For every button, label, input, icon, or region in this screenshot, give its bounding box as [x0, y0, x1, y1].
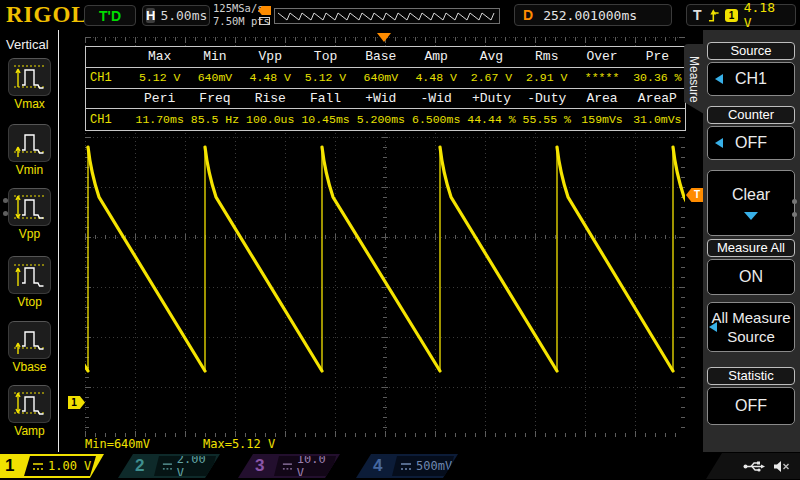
sidebar-item-label: Vtop	[8, 295, 51, 309]
measure-soft-menu: Source CH1 Counter OFF Clear Measure All…	[703, 30, 800, 452]
col-header: +Wid	[353, 91, 408, 106]
measure-all-value: ON	[739, 268, 763, 286]
sidebar-item-label: Vmin	[8, 163, 51, 177]
col-header: Peri	[132, 91, 187, 106]
channel2-badge[interactable]: 2 2.00 V	[118, 454, 220, 478]
horizontal-timebase-panel[interactable]: H 5.00ms	[142, 5, 210, 26]
measure-all-button[interactable]: ON	[707, 259, 795, 295]
value-cell: 5.12 V	[132, 71, 187, 84]
col-header: Top	[298, 49, 353, 64]
channel4-scale: 500mV	[392, 456, 454, 476]
value-cell: 10.45ms	[298, 113, 353, 126]
preview-expand-box-icon	[259, 17, 270, 25]
sidebar-item-label: Vbase	[8, 360, 51, 374]
col-header: Avg	[464, 49, 519, 64]
vpp-icon	[12, 192, 48, 222]
measure-all-table: Max Min Vpp Top Base Amp Avg Rms Over Pr…	[85, 46, 686, 131]
counter-button[interactable]: OFF	[707, 126, 795, 160]
top-status-bar: RIGOL T'D H 5.00ms 125MSa/s 7.50M pts D …	[0, 0, 800, 30]
delay-value: 252.001000ms	[543, 8, 637, 23]
value-cell: 640mV	[353, 71, 408, 84]
clear-label: Clear	[732, 186, 770, 204]
sidebar-item-vmax[interactable]: Vmax	[8, 58, 51, 111]
vmax-icon	[12, 62, 48, 92]
trigger-slope-icon	[708, 8, 720, 23]
left-arrow-icon	[715, 138, 723, 148]
channel3-scale: 10.0 V	[274, 456, 336, 476]
dc-coupling-icon	[32, 462, 44, 471]
table-value-row: CH1 5.12 V 640mV 4.48 V 5.12 V 640mV 4.4…	[86, 68, 685, 89]
dc-coupling-icon	[400, 462, 412, 471]
all-measure-line2: Source	[727, 328, 775, 345]
col-header: Pre	[630, 49, 685, 64]
table-header-row: Peri Freq Rise Fall +Wid -Wid +Duty -Dut…	[86, 89, 685, 110]
value-cell: 5.200ms	[353, 113, 408, 126]
channel4-badge[interactable]: 4 500mV	[356, 454, 458, 478]
col-header: Base	[353, 49, 408, 64]
counter-label: Counter	[707, 106, 795, 124]
table-value-row: CH1 11.70ms 85.5 Hz 100.0us 10.45ms 5.20…	[86, 109, 685, 130]
sidebar-item-vmin[interactable]: Vmin	[8, 124, 51, 177]
vertical-measure-sidebar: Vertical Vmax Vmin	[0, 30, 59, 452]
channel-status-bar: 1 1.00 V 2 2.00 V 3	[0, 452, 800, 480]
min-annotation: Min=640mV	[85, 437, 150, 451]
sidebar-item-label: Vamp	[8, 424, 51, 438]
channel4-number: 4	[373, 456, 382, 476]
t-label: T	[693, 7, 702, 23]
value-cell: 6.500ms	[408, 113, 463, 126]
value-cell: 31.0mVs	[630, 113, 685, 126]
value-cell: 159mVs	[574, 113, 629, 126]
down-arrow-icon	[744, 212, 758, 220]
all-measure-source-button[interactable]: All Measure Source	[707, 302, 795, 352]
value-cell: 55.55 %	[519, 113, 574, 126]
memory-waveform-preview[interactable]	[274, 8, 500, 24]
col-header: Amp	[408, 49, 463, 64]
channel-cell: CH1	[86, 71, 132, 85]
col-header: Max	[132, 49, 187, 64]
col-header: Rise	[243, 91, 298, 106]
channel3-badge[interactable]: 3 10.0 V	[238, 454, 340, 478]
col-header: +Duty	[464, 91, 519, 106]
sidebar-page-dot	[3, 211, 8, 216]
col-header: Area	[574, 91, 629, 106]
channel1-badge[interactable]: 1 1.00 V	[0, 454, 104, 478]
max-annotation: Max=5.12 V	[203, 437, 275, 451]
source-button[interactable]: CH1	[707, 62, 795, 96]
source-label: Source	[707, 42, 795, 60]
rigol-logo: RIGOL	[6, 2, 88, 28]
value-cell: *****	[574, 71, 629, 84]
col-header: Fall	[298, 91, 353, 106]
menu-tab-measure[interactable]: Measure	[684, 44, 704, 114]
statistic-button[interactable]: OFF	[707, 387, 795, 425]
value-cell: 85.5 Hz	[187, 113, 242, 126]
dc-coupling-icon	[162, 462, 173, 471]
timebase-value: 5.00ms	[160, 8, 207, 23]
vbase-icon	[12, 325, 48, 355]
trigger-level-marker: T	[686, 188, 703, 202]
usb-icon	[743, 460, 765, 473]
value-cell: 4.48 V	[243, 71, 298, 84]
sidebar-item-vpp[interactable]: Vpp	[8, 188, 51, 241]
trigger-panel[interactable]: T 1 4.18 V	[686, 4, 796, 26]
sidebar-item-vamp[interactable]: Vamp	[8, 385, 51, 438]
sidebar-item-vtop[interactable]: Vtop	[8, 256, 51, 309]
speaker-muted-icon	[773, 460, 790, 473]
preview-sawtooth-icon	[275, 9, 499, 23]
left-arrow-icon	[715, 74, 723, 84]
value-cell: 2.91 V	[519, 71, 574, 84]
trigger-position-marker-icon	[377, 33, 391, 42]
sidebar-item-label: Vmax	[8, 97, 51, 111]
delay-panel[interactable]: D 252.001000ms	[514, 4, 672, 26]
sidebar-item-vbase[interactable]: Vbase	[8, 321, 51, 374]
clear-button[interactable]: Clear	[707, 170, 795, 236]
vmin-icon	[12, 128, 48, 158]
h-label: H	[146, 8, 155, 23]
channel2-scale: 2.00 V	[154, 456, 216, 476]
value-cell: 44.44 %	[464, 113, 519, 126]
channel2-scale-value: 2.00 V	[177, 452, 216, 480]
col-header: -Wid	[408, 91, 463, 106]
channel2-number: 2	[135, 456, 144, 476]
d-label: D	[523, 7, 533, 23]
col-header: Freq	[187, 91, 242, 106]
menu-page-dot	[792, 212, 797, 217]
